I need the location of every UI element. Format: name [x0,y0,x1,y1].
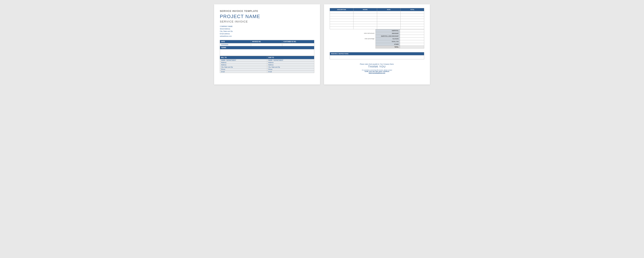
label-subtotal: SUBTOTAL [376,29,400,32]
footer-thankyou: THANK YOU [330,65,424,68]
bill-to-email[interactable]: Email [220,71,267,73]
value-subtotal[interactable] [400,29,424,32]
item-row[interactable] [330,16,424,19]
company-city-state-zip: City, State and Zip [220,30,314,33]
ship-to-name[interactable]: NAME / DEPARTMENT [267,59,314,61]
ship-to-city[interactable]: City, State and Zip [267,66,314,68]
ship-to-email[interactable]: Email [267,71,314,73]
remarks-body[interactable] [330,55,424,59]
date-value[interactable]: 00/00/0000 [220,43,251,46]
summary-table: SUBTOTAL DISCOUNT SUBTOTAL LESS DISCOUNT… [376,29,424,48]
ship-to-address1[interactable]: Address [267,61,314,64]
item-row[interactable] [330,27,424,29]
template-title: SERVICE INVOICE TEMPLATE [220,10,314,13]
items-table: DESCRIPTION HOURS RATE TOTAL [330,8,424,29]
item-row[interactable] [330,11,424,14]
company-block: COMPANY NAME Street Address City, State … [220,25,314,37]
value-discount[interactable] [400,32,424,35]
header-ship-to: SHIP TO [267,56,314,59]
label-total: TOTAL [376,46,400,48]
invoice-page-1: SERVICE INVOICE TEMPLATE PROJECT NAME SE… [214,4,320,85]
item-row[interactable] [330,22,424,24]
company-email: Email address [220,33,314,35]
item-row[interactable] [330,24,424,27]
label-total-tax: TOTAL TAX [376,40,400,43]
bill-to-address2[interactable]: Address [220,64,267,66]
value-total[interactable] [400,46,424,48]
project-name: PROJECT NAME [220,14,314,19]
party-table: BILL TO SHIP TO NAME / DEPARTMENT NAME /… [220,56,314,73]
label-other: OTHER [376,43,400,46]
invoice-footer: Please make check payable to: Your Compa… [330,63,424,74]
item-row[interactable] [330,14,424,16]
header-rate: RATE [377,8,400,11]
header-invoice-no: INVOICE NO. [251,40,282,43]
footer-contact: NAME, (321) 456-7890, EMAIL ADDRESS [330,71,424,72]
value-tax-rate[interactable] [400,38,424,40]
header-total: TOTAL [400,8,424,11]
header-customer-id: CUSTOMER ID NO. [282,40,314,43]
service-invoice-heading: SERVICE INVOICE [220,20,314,23]
header-terms: TERMS [220,46,314,49]
item-row[interactable] [330,19,424,22]
header-description: DESCRIPTION [330,8,354,11]
invoice-no-value[interactable] [251,43,282,46]
label-tax-rate: TAX RATE [376,38,400,40]
hint-column: enter total amount enter percentage [330,29,376,48]
header-date: DATE [220,40,251,43]
value-total-tax[interactable] [400,40,424,43]
footer-questions: For questions concerning this invoice, p… [330,69,424,71]
bill-to-phone[interactable]: Phone [220,68,267,71]
header-hours: HOURS [353,8,377,11]
bill-to-name[interactable]: NAME / DEPARTMENT [220,59,267,61]
footer-web: www.yourwebaddress.com [330,72,424,74]
bill-to-address1[interactable]: Address [220,61,267,64]
ship-to-phone[interactable]: Phone [267,68,314,71]
invoice-page-2: DESCRIPTION HOURS RATE TOTAL enter total… [324,4,430,85]
ship-to-address2[interactable]: Address [267,64,314,66]
customer-id-value[interactable] [282,43,314,46]
value-other[interactable] [400,43,424,46]
company-street: Street Address [220,28,314,30]
bill-to-city[interactable]: City, State and Zip [220,66,267,68]
label-discount: DISCOUNT [376,32,400,35]
footer-payable: Please make check payable to: Your Compa… [330,63,424,65]
label-sub-less-discount: SUBTOTAL LESS DISCOUNT [376,35,400,38]
header-remarks: REMARKS / INSTRUCTIONS: [330,52,424,55]
info-table: DATE INVOICE NO. CUSTOMER ID NO. 00/00/0… [220,40,314,56]
value-sub-less-discount[interactable] [400,35,424,38]
hint-enter-percentage: enter percentage [330,37,374,40]
terms-body[interactable] [220,49,314,56]
header-bill-to: BILL TO [220,56,267,59]
hint-enter-total: enter total amount [330,32,374,35]
company-web: webaddress.com [220,35,314,37]
summary-section: enter total amount enter percentage SUBT… [330,29,424,48]
company-name: COMPANY NAME [220,25,314,28]
